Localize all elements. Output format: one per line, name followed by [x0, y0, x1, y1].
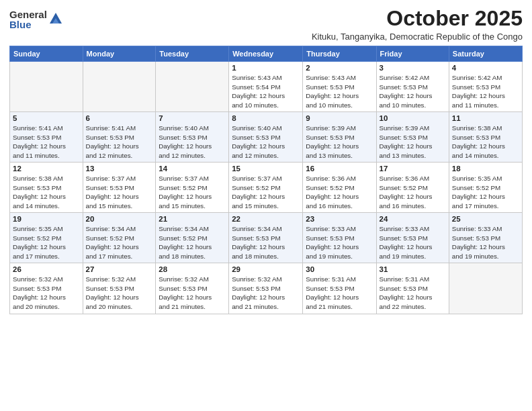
day-number: 22	[232, 215, 300, 223]
day-info: Sunrise: 5:34 AMSunset: 5:52 PMDaylight:…	[86, 224, 153, 261]
day-number: 19	[13, 215, 80, 223]
day-number: 6	[86, 114, 153, 122]
day-info: Sunrise: 5:41 AMSunset: 5:53 PMDaylight:…	[86, 124, 153, 160]
calendar-cell: 9Sunrise: 5:39 AMSunset: 5:53 PMDaylight…	[303, 112, 376, 163]
day-info: Sunrise: 5:43 AMSunset: 5:53 PMDaylight:…	[306, 73, 373, 109]
col-header-wednesday: Wednesday	[229, 46, 303, 62]
day-info: Sunrise: 5:42 AMSunset: 5:53 PMDaylight:…	[380, 73, 446, 109]
day-info: Sunrise: 5:40 AMSunset: 5:53 PMDaylight:…	[232, 124, 300, 160]
day-number: 18	[452, 165, 519, 173]
col-header-friday: Friday	[376, 46, 449, 62]
calendar-cell	[10, 62, 83, 112]
calendar-week-row: 1Sunrise: 5:43 AMSunset: 5:54 PMDaylight…	[10, 62, 523, 112]
calendar: SundayMondayTuesdayWednesdayThursdayFrid…	[9, 46, 523, 314]
calendar-cell: 2Sunrise: 5:43 AMSunset: 5:53 PMDaylight…	[303, 62, 376, 112]
day-info: Sunrise: 5:32 AMSunset: 5:53 PMDaylight:…	[232, 275, 300, 311]
calendar-week-row: 19Sunrise: 5:35 AMSunset: 5:52 PMDayligh…	[10, 213, 523, 263]
calendar-cell	[449, 263, 522, 314]
day-number: 4	[452, 64, 519, 72]
calendar-cell: 13Sunrise: 5:37 AMSunset: 5:53 PMDayligh…	[83, 163, 156, 213]
day-number: 20	[86, 215, 153, 223]
calendar-cell: 3Sunrise: 5:42 AMSunset: 5:53 PMDaylight…	[376, 62, 449, 112]
day-number: 25	[452, 215, 519, 223]
day-info: Sunrise: 5:33 AMSunset: 5:53 PMDaylight:…	[380, 224, 446, 261]
day-info: Sunrise: 5:35 AMSunset: 5:52 PMDaylight:…	[13, 224, 80, 261]
calendar-cell: 26Sunrise: 5:32 AMSunset: 5:53 PMDayligh…	[10, 263, 83, 314]
col-header-saturday: Saturday	[449, 46, 522, 62]
calendar-cell: 1Sunrise: 5:43 AMSunset: 5:54 PMDaylight…	[229, 62, 303, 112]
day-info: Sunrise: 5:36 AMSunset: 5:52 PMDaylight:…	[380, 174, 446, 210]
day-info: Sunrise: 5:32 AMSunset: 5:53 PMDaylight:…	[13, 275, 80, 311]
calendar-week-row: 5Sunrise: 5:41 AMSunset: 5:53 PMDaylight…	[10, 112, 523, 163]
day-info: Sunrise: 5:39 AMSunset: 5:53 PMDaylight:…	[380, 124, 446, 160]
logo-general: General	[9, 9, 47, 19]
col-header-sunday: Sunday	[10, 46, 83, 62]
calendar-cell: 4Sunrise: 5:42 AMSunset: 5:53 PMDaylight…	[449, 62, 522, 112]
calendar-header-row: SundayMondayTuesdayWednesdayThursdayFrid…	[10, 46, 523, 62]
day-number: 26	[13, 265, 80, 273]
day-info: Sunrise: 5:31 AMSunset: 5:53 PMDaylight:…	[380, 275, 446, 311]
calendar-cell: 28Sunrise: 5:32 AMSunset: 5:53 PMDayligh…	[156, 263, 229, 314]
calendar-cell: 8Sunrise: 5:40 AMSunset: 5:53 PMDaylight…	[229, 112, 303, 163]
day-info: Sunrise: 5:31 AMSunset: 5:53 PMDaylight:…	[306, 275, 373, 311]
calendar-cell: 16Sunrise: 5:36 AMSunset: 5:52 PMDayligh…	[303, 163, 376, 213]
month-title: October 2025	[312, 7, 523, 30]
calendar-cell: 6Sunrise: 5:41 AMSunset: 5:53 PMDaylight…	[83, 112, 156, 163]
day-info: Sunrise: 5:32 AMSunset: 5:53 PMDaylight:…	[159, 275, 226, 311]
calendar-cell: 29Sunrise: 5:32 AMSunset: 5:53 PMDayligh…	[229, 263, 303, 314]
calendar-cell: 21Sunrise: 5:34 AMSunset: 5:52 PMDayligh…	[156, 213, 229, 263]
day-number: 8	[232, 114, 300, 122]
day-number: 14	[159, 165, 226, 173]
col-header-tuesday: Tuesday	[156, 46, 229, 62]
day-number: 12	[13, 165, 80, 173]
day-number: 28	[159, 265, 226, 273]
day-info: Sunrise: 5:32 AMSunset: 5:53 PMDaylight:…	[86, 275, 153, 311]
day-info: Sunrise: 5:36 AMSunset: 5:52 PMDaylight:…	[306, 174, 373, 210]
calendar-cell: 23Sunrise: 5:33 AMSunset: 5:53 PMDayligh…	[303, 213, 376, 263]
calendar-cell: 18Sunrise: 5:35 AMSunset: 5:52 PMDayligh…	[449, 163, 522, 213]
day-info: Sunrise: 5:42 AMSunset: 5:53 PMDaylight:…	[452, 73, 519, 109]
subtitle: Kituku, Tanganyika, Democratic Republic …	[312, 32, 523, 42]
col-header-thursday: Thursday	[303, 46, 376, 62]
calendar-cell: 30Sunrise: 5:31 AMSunset: 5:53 PMDayligh…	[303, 263, 376, 314]
day-number: 24	[380, 215, 446, 223]
day-number: 9	[306, 114, 373, 122]
day-number: 3	[380, 64, 446, 72]
day-number: 10	[380, 114, 446, 122]
calendar-cell: 17Sunrise: 5:36 AMSunset: 5:52 PMDayligh…	[376, 163, 449, 213]
day-info: Sunrise: 5:39 AMSunset: 5:53 PMDaylight:…	[306, 124, 373, 160]
day-number: 7	[159, 114, 226, 122]
day-info: Sunrise: 5:37 AMSunset: 5:52 PMDaylight:…	[232, 174, 300, 210]
day-info: Sunrise: 5:38 AMSunset: 5:53 PMDaylight:…	[452, 124, 519, 160]
logo-text: General Blue	[9, 9, 47, 30]
calendar-week-row: 26Sunrise: 5:32 AMSunset: 5:53 PMDayligh…	[10, 263, 523, 314]
calendar-cell: 10Sunrise: 5:39 AMSunset: 5:53 PMDayligh…	[376, 112, 449, 163]
calendar-cell	[83, 62, 156, 112]
calendar-cell	[156, 62, 229, 112]
page: General Blue October 2025 Kituku, Tangan…	[0, 0, 532, 411]
title-block: October 2025 Kituku, Tanganyika, Democra…	[312, 7, 523, 42]
calendar-cell: 27Sunrise: 5:32 AMSunset: 5:53 PMDayligh…	[83, 263, 156, 314]
day-info: Sunrise: 5:34 AMSunset: 5:53 PMDaylight:…	[232, 224, 300, 261]
day-number: 15	[232, 165, 300, 173]
day-info: Sunrise: 5:34 AMSunset: 5:52 PMDaylight:…	[159, 224, 226, 261]
day-number: 1	[232, 64, 300, 72]
calendar-cell: 12Sunrise: 5:38 AMSunset: 5:53 PMDayligh…	[10, 163, 83, 213]
day-info: Sunrise: 5:33 AMSunset: 5:53 PMDaylight:…	[306, 224, 373, 261]
logo: General Blue	[9, 9, 63, 30]
day-info: Sunrise: 5:37 AMSunset: 5:53 PMDaylight:…	[86, 174, 153, 210]
day-info: Sunrise: 5:41 AMSunset: 5:53 PMDaylight:…	[13, 124, 80, 160]
calendar-cell: 11Sunrise: 5:38 AMSunset: 5:53 PMDayligh…	[449, 112, 522, 163]
calendar-cell: 24Sunrise: 5:33 AMSunset: 5:53 PMDayligh…	[376, 213, 449, 263]
logo-icon	[48, 11, 63, 26]
day-number: 5	[13, 114, 80, 122]
day-number: 17	[380, 165, 446, 173]
day-number: 21	[159, 215, 226, 223]
day-number: 30	[306, 265, 373, 273]
day-number: 16	[306, 165, 373, 173]
calendar-cell: 14Sunrise: 5:37 AMSunset: 5:52 PMDayligh…	[156, 163, 229, 213]
calendar-cell: 25Sunrise: 5:33 AMSunset: 5:53 PMDayligh…	[449, 213, 522, 263]
day-info: Sunrise: 5:35 AMSunset: 5:52 PMDaylight:…	[452, 174, 519, 210]
calendar-cell: 20Sunrise: 5:34 AMSunset: 5:52 PMDayligh…	[83, 213, 156, 263]
calendar-cell: 15Sunrise: 5:37 AMSunset: 5:52 PMDayligh…	[229, 163, 303, 213]
